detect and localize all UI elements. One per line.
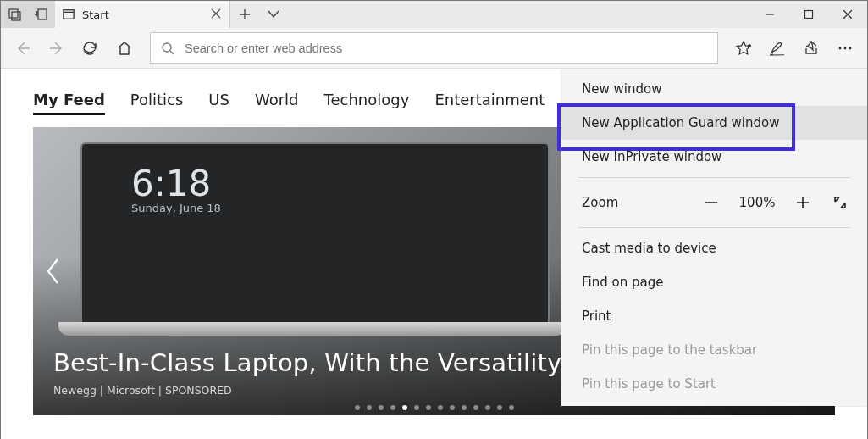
svg-point-7: [844, 47, 847, 49]
address-bar[interactable]: [150, 32, 718, 64]
feed-tab-us[interactable]: US: [208, 91, 229, 115]
svg-point-5: [163, 43, 171, 52]
hero-dot[interactable]: [473, 405, 478, 410]
hero-subline: Newegg | Microsoft | SPONSORED: [53, 384, 232, 397]
svg-point-8: [849, 47, 852, 49]
tab-preview-toggle[interactable]: [259, 1, 288, 28]
more-button[interactable]: [828, 31, 862, 65]
hero-dot[interactable]: [485, 405, 490, 410]
forward-button[interactable]: [40, 31, 74, 65]
zoom-label: Zoom: [582, 195, 689, 210]
tablist-aside: [1, 1, 55, 28]
feed-tab-entertainment[interactable]: Entertainment: [434, 91, 545, 115]
hero-dot[interactable]: [509, 405, 514, 410]
menu-find[interactable]: Find on page: [561, 265, 867, 299]
menu-new-inprivate-window[interactable]: New InPrivate window: [561, 140, 867, 174]
new-tab-button[interactable]: [230, 1, 259, 28]
tab-start[interactable]: Start: [55, 1, 230, 28]
device-time: 6:18: [131, 166, 221, 202]
svg-point-6: [839, 47, 842, 49]
tab-close-icon[interactable]: [211, 8, 223, 20]
share-button[interactable]: [794, 31, 828, 65]
window-controls: [750, 1, 867, 28]
hero-dot[interactable]: [367, 405, 372, 410]
home-button[interactable]: [108, 31, 141, 65]
svg-rect-0: [9, 9, 18, 18]
menu-pin-start[interactable]: Pin this page to Start: [561, 367, 867, 401]
tabs-extra: [230, 1, 288, 28]
hero-dot[interactable]: [355, 405, 360, 410]
overflow-menu: New window New Application Guard window …: [561, 69, 867, 406]
favorites-button[interactable]: [727, 31, 760, 65]
close-window-button[interactable]: [828, 1, 867, 28]
feed-tab-politics[interactable]: Politics: [130, 91, 184, 115]
menu-separator: [578, 177, 850, 178]
hero-dot[interactable]: [450, 405, 455, 410]
maximize-button[interactable]: [789, 1, 828, 28]
feed-tab-my-feed[interactable]: My Feed: [33, 91, 105, 115]
notes-button[interactable]: [760, 31, 794, 65]
fullscreen-button[interactable]: [825, 189, 855, 216]
zoom-value: 100%: [733, 195, 781, 210]
hero-dot[interactable]: [438, 405, 443, 410]
start-favicon-icon: [62, 8, 75, 21]
set-aside-tabs-icon[interactable]: [3, 1, 28, 28]
hero-dot[interactable]: [402, 405, 407, 410]
device-date: Sunday, June 18: [131, 202, 221, 214]
address-input[interactable]: [183, 41, 707, 56]
menu-pin-taskbar[interactable]: Pin this page to the taskbar: [561, 333, 867, 367]
edge-window: Start: [0, 0, 868, 439]
hero-prev-button[interactable]: [38, 255, 70, 287]
nav-toolbar: [1, 28, 867, 69]
hero-dot[interactable]: [462, 405, 467, 410]
hero-dot[interactable]: [497, 405, 502, 410]
zoom-in-button[interactable]: [788, 189, 818, 216]
search-icon: [161, 42, 174, 55]
hero-dot[interactable]: [379, 405, 384, 410]
feed-tab-world[interactable]: World: [255, 91, 299, 115]
svg-rect-2: [38, 9, 47, 19]
back-button[interactable]: [6, 31, 40, 65]
feed-tab-technology[interactable]: Technology: [324, 91, 410, 115]
svg-rect-1: [12, 12, 20, 20]
hero-dot[interactable]: [390, 405, 395, 410]
menu-separator: [578, 227, 850, 228]
hero-dot[interactable]: [414, 405, 419, 410]
menu-new-window[interactable]: New window: [561, 72, 867, 106]
toolbar-right: [727, 31, 862, 65]
menu-cast[interactable]: Cast media to device: [561, 231, 867, 265]
svg-rect-4: [805, 11, 813, 19]
minimize-button[interactable]: [750, 1, 789, 28]
hero-dot[interactable]: [426, 405, 431, 410]
menu-new-app-guard-window[interactable]: New Application Guard window: [561, 106, 867, 140]
svg-rect-3: [64, 10, 74, 19]
zoom-out-button[interactable]: [696, 189, 727, 216]
menu-zoom-row: Zoom 100%: [561, 181, 867, 224]
titlebar: Start: [1, 1, 867, 28]
refresh-button[interactable]: [74, 31, 108, 65]
tab-title: Start: [82, 8, 204, 21]
show-aside-tabs-icon[interactable]: [28, 1, 53, 28]
menu-print[interactable]: Print: [561, 299, 867, 333]
